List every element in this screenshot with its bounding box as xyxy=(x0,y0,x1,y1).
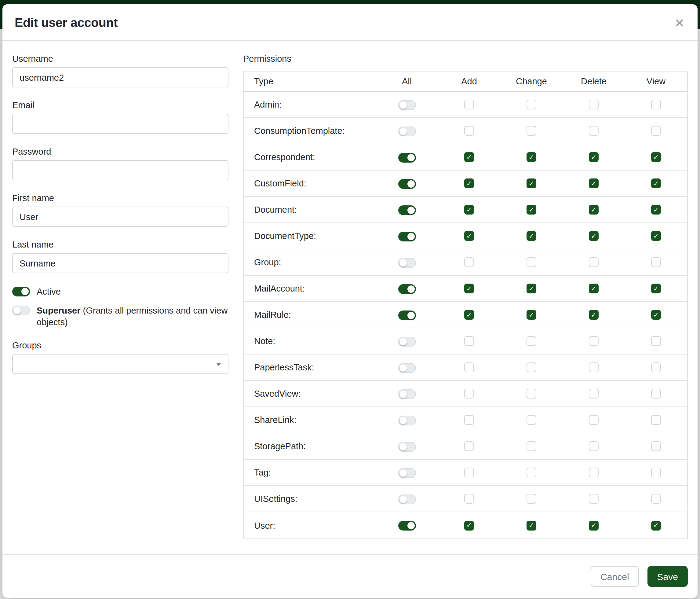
toggle-all-mailrule[interactable] xyxy=(398,310,416,320)
checkbox-delete-customfield[interactable]: ✓ xyxy=(589,178,599,188)
toggle-all-group[interactable] xyxy=(398,258,416,267)
checkbox-change-admin[interactable] xyxy=(527,100,536,110)
checkbox-view-admin[interactable] xyxy=(651,100,661,110)
checkbox-delete-admin[interactable] xyxy=(589,100,599,110)
toggle-all-paperlesstask[interactable] xyxy=(398,363,416,373)
groups-select[interactable] xyxy=(12,354,228,374)
checkbox-view-storagepath[interactable] xyxy=(651,441,661,451)
checkbox-change-consumptiontemplate[interactable] xyxy=(527,126,536,136)
checkbox-delete-group[interactable] xyxy=(589,257,599,267)
checkbox-delete-savedview[interactable] xyxy=(589,389,599,399)
checkbox-change-customfield[interactable]: ✓ xyxy=(527,178,536,188)
checkbox-delete-paperlesstask[interactable] xyxy=(589,362,599,372)
checkbox-delete-tag[interactable] xyxy=(589,468,599,477)
checkbox-change-note[interactable] xyxy=(527,336,536,346)
checkbox-add-documenttype[interactable]: ✓ xyxy=(464,231,474,241)
checkbox-delete-mailrule[interactable]: ✓ xyxy=(589,310,599,320)
checkbox-change-paperlesstask[interactable] xyxy=(527,362,536,372)
checkbox-add-mailaccount[interactable]: ✓ xyxy=(464,284,474,293)
checkbox-view-consumptiontemplate[interactable] xyxy=(651,126,661,136)
toggle-all-consumptiontemplate[interactable] xyxy=(398,126,416,136)
checkbox-view-mailrule[interactable]: ✓ xyxy=(651,310,661,320)
checkbox-add-mailrule[interactable]: ✓ xyxy=(464,310,474,320)
checkbox-view-sharelink[interactable] xyxy=(651,415,661,425)
toggle-all-mailaccount[interactable] xyxy=(398,284,416,294)
checkbox-view-documenttype[interactable]: ✓ xyxy=(651,231,661,241)
checkbox-delete-note[interactable] xyxy=(589,336,599,346)
checkbox-change-group[interactable] xyxy=(527,257,536,267)
checkbox-add-user[interactable]: ✓ xyxy=(464,521,474,530)
checkbox-change-uisettings[interactable] xyxy=(527,494,536,504)
toggle-all-user[interactable] xyxy=(398,521,416,530)
toggle-all-documenttype[interactable] xyxy=(398,231,416,241)
password-input[interactable] xyxy=(12,160,228,180)
checkbox-add-sharelink[interactable] xyxy=(464,415,474,425)
checkbox-add-group[interactable] xyxy=(464,257,474,267)
checkbox-delete-sharelink[interactable] xyxy=(589,415,599,425)
checkbox-delete-documenttype[interactable]: ✓ xyxy=(589,231,599,241)
active-label: Active xyxy=(36,287,61,296)
checkbox-view-user[interactable]: ✓ xyxy=(651,521,661,530)
checkbox-add-document[interactable]: ✓ xyxy=(464,205,474,215)
checkbox-change-user[interactable]: ✓ xyxy=(527,521,536,530)
checkbox-view-note[interactable] xyxy=(651,336,661,346)
toggle-all-tag[interactable] xyxy=(398,468,416,478)
checkbox-delete-storagepath[interactable] xyxy=(589,441,599,451)
toggle-all-admin[interactable] xyxy=(398,100,416,110)
username-input[interactable] xyxy=(12,67,228,88)
toggle-all-savedview[interactable] xyxy=(398,389,416,399)
checkbox-view-paperlesstask[interactable] xyxy=(651,362,661,372)
toggle-all-document[interactable] xyxy=(398,205,416,215)
checkbox-view-document[interactable]: ✓ xyxy=(651,205,661,215)
checkbox-add-consumptiontemplate[interactable] xyxy=(464,126,474,136)
active-toggle[interactable] xyxy=(12,287,30,296)
first-name-input[interactable] xyxy=(12,207,228,227)
toggle-all-customfield[interactable] xyxy=(398,179,416,189)
checkbox-change-savedview[interactable] xyxy=(527,389,536,399)
checkbox-add-correspondent[interactable]: ✓ xyxy=(464,152,474,162)
checkbox-view-customfield[interactable]: ✓ xyxy=(651,178,661,188)
cancel-button[interactable]: Cancel xyxy=(591,566,639,587)
checkbox-change-tag[interactable] xyxy=(527,468,536,477)
save-button[interactable]: Save xyxy=(648,566,688,587)
checkbox-delete-mailaccount[interactable]: ✓ xyxy=(589,284,599,293)
checkbox-add-note[interactable] xyxy=(464,336,474,346)
checkbox-change-document[interactable]: ✓ xyxy=(527,205,536,215)
checkbox-delete-consumptiontemplate[interactable] xyxy=(589,126,599,136)
last-name-input[interactable] xyxy=(12,253,228,273)
checkbox-delete-correspondent[interactable]: ✓ xyxy=(589,152,599,162)
permission-type-label: Tag: xyxy=(244,468,376,477)
email-input[interactable] xyxy=(12,114,228,134)
checkbox-view-group[interactable] xyxy=(651,257,661,267)
checkbox-delete-uisettings[interactable] xyxy=(589,494,599,504)
checkbox-add-tag[interactable] xyxy=(464,468,474,477)
checkbox-change-sharelink[interactable] xyxy=(527,415,536,425)
close-button[interactable]: × xyxy=(674,15,685,30)
checkbox-add-paperlesstask[interactable] xyxy=(464,362,474,372)
checkbox-change-documenttype[interactable]: ✓ xyxy=(527,231,536,241)
checkbox-view-tag[interactable] xyxy=(651,468,661,477)
permission-row-customfield: CustomField:✓✓✓✓ xyxy=(244,170,687,197)
toggle-all-correspondent[interactable] xyxy=(398,152,416,162)
toggle-all-storagepath[interactable] xyxy=(398,441,416,451)
permission-type-label: User: xyxy=(244,521,376,530)
checkbox-delete-document[interactable]: ✓ xyxy=(589,205,599,215)
checkbox-add-storagepath[interactable] xyxy=(464,441,474,451)
checkbox-view-correspondent[interactable]: ✓ xyxy=(651,152,661,162)
checkbox-change-mailrule[interactable]: ✓ xyxy=(527,310,536,320)
toggle-all-uisettings[interactable] xyxy=(398,494,416,504)
checkbox-add-uisettings[interactable] xyxy=(464,494,474,504)
checkbox-add-savedview[interactable] xyxy=(464,389,474,399)
toggle-all-note[interactable] xyxy=(398,336,416,346)
checkbox-change-storagepath[interactable] xyxy=(527,441,536,451)
checkbox-view-uisettings[interactable] xyxy=(651,494,661,504)
checkbox-view-savedview[interactable] xyxy=(651,389,661,399)
superuser-toggle[interactable] xyxy=(12,306,30,315)
checkbox-add-admin[interactable] xyxy=(464,100,474,110)
checkbox-add-customfield[interactable]: ✓ xyxy=(464,178,474,188)
checkbox-view-mailaccount[interactable]: ✓ xyxy=(651,284,661,293)
toggle-all-sharelink[interactable] xyxy=(398,415,416,425)
checkbox-change-correspondent[interactable]: ✓ xyxy=(527,152,536,162)
checkbox-delete-user[interactable]: ✓ xyxy=(589,521,599,530)
checkbox-change-mailaccount[interactable]: ✓ xyxy=(527,284,536,293)
